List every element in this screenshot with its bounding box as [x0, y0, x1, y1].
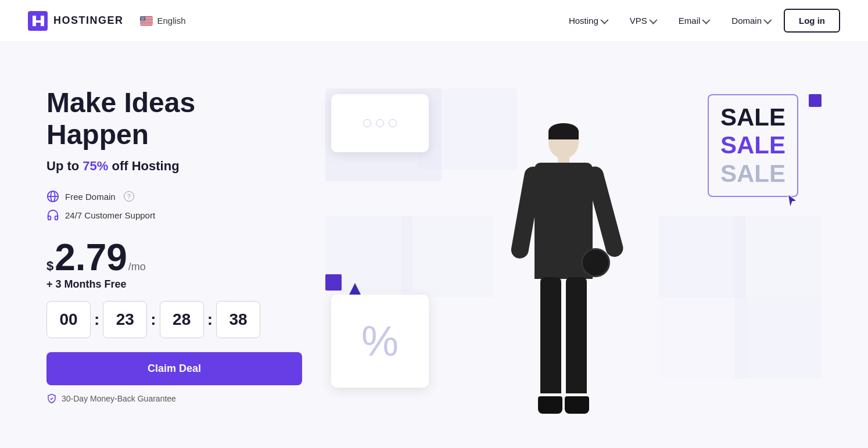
logo-icon [28, 11, 48, 31]
hero-content: Make Ideas Happen Up to 75% off Hosting … [46, 87, 302, 404]
sale-line-3: SALE [720, 160, 785, 188]
navbar: HOSTINGER [0, 0, 868, 42]
svg-point-10 [141, 16, 142, 17]
price-period: /mo [128, 261, 146, 273]
countdown-sep-2: : [150, 310, 156, 329]
chevron-down-icon [702, 16, 711, 24]
svg-point-20 [142, 18, 142, 19]
feature-support-text: 24/7 Customer Support [65, 210, 155, 220]
sale-line-1: SALE [720, 103, 785, 131]
chevron-down-icon [649, 16, 657, 24]
percent-symbol: % [361, 320, 399, 362]
svg-point-14 [141, 17, 141, 18]
shield-icon [46, 393, 57, 404]
navbar-right: Hosting VPS Email Domain Log in [559, 9, 840, 33]
svg-point-25 [142, 19, 143, 20]
countdown-minutes: 23 [103, 301, 147, 338]
hero-section: Make Ideas Happen Up to 75% off Hosting … [0, 42, 868, 448]
svg-point-30 [143, 20, 144, 20]
countdown-hours: 00 [46, 301, 91, 338]
question-icon[interactable]: ? [124, 191, 134, 202]
price-section: $ 2.79 /mo + 3 Months Free [46, 239, 302, 291]
globe-icon [46, 190, 59, 203]
nav-vps[interactable]: VPS [620, 11, 665, 30]
svg-point-19 [141, 18, 142, 19]
dot-3 [389, 119, 397, 127]
countdown-sep-3: : [207, 310, 213, 329]
language-label: English [157, 16, 186, 26]
svg-point-9 [140, 16, 141, 17]
nav-hosting[interactable]: Hosting [559, 11, 616, 30]
svg-point-29 [142, 20, 142, 20]
claim-deal-button[interactable]: Claim Deal [46, 352, 302, 385]
deco-square-7 [659, 298, 746, 379]
subtitle-prefix: Up to [46, 159, 83, 173]
countdown-timer: 00 : 23 : 28 : 38 [46, 301, 302, 338]
svg-rect-5 [140, 21, 153, 21]
headset-icon [46, 209, 59, 221]
feature-support: 24/7 Customer Support [46, 209, 302, 221]
feature-free-domain: Free Domain ? [46, 190, 302, 203]
guarantee-label: 30-Day Money-Back Guarantee [62, 394, 176, 403]
browser-card [331, 94, 429, 152]
guarantee-text: 30-Day Money-Back Guarantee [46, 393, 302, 404]
svg-point-27 [140, 20, 141, 20]
deco-square-5 [659, 216, 746, 298]
svg-point-12 [143, 16, 144, 17]
login-button[interactable]: Log in [784, 9, 840, 33]
svg-rect-7 [140, 24, 153, 24]
countdown-ms: 38 [216, 301, 260, 338]
feature-domain-text: Free Domain [65, 192, 116, 202]
price-dollar: $ [46, 259, 53, 274]
price-main: 2.79 [55, 239, 127, 276]
svg-point-15 [142, 17, 142, 18]
hero-title: Make Ideas Happen [46, 87, 302, 150]
navbar-left: HOSTINGER [28, 11, 191, 31]
countdown-seconds: 28 [160, 301, 204, 338]
person-figure [482, 123, 645, 414]
deco-dark-3 [809, 94, 822, 107]
percent-card: % [331, 295, 429, 388]
sale-badge: SALE SALE SALE [708, 94, 798, 197]
price-bonus: + 3 Months Free [46, 278, 302, 291]
svg-point-23 [141, 19, 141, 20]
features-list: Free Domain ? 24/7 Customer Support [46, 190, 302, 221]
browser-dots [363, 119, 397, 127]
svg-point-11 [142, 16, 142, 17]
deco-square-6 [734, 216, 822, 298]
svg-point-17 [144, 17, 144, 18]
logo-text: HOSTINGER [53, 15, 124, 27]
sale-line-2: SALE [720, 131, 785, 159]
svg-point-26 [144, 19, 144, 20]
hero-subtitle: Up to 75% off Hosting [46, 159, 302, 174]
deco-square-4 [401, 216, 494, 298]
chevron-down-icon [763, 16, 772, 24]
svg-point-28 [141, 20, 142, 20]
language-selector[interactable]: English [135, 13, 191, 28]
flag-icon [140, 16, 153, 26]
cursor-icon [785, 193, 799, 212]
hero-graphic: % SALE SALE SALE [325, 77, 822, 414]
svg-point-22 [144, 18, 144, 19]
svg-point-21 [143, 18, 144, 19]
deco-square-8 [734, 298, 822, 379]
svg-point-24 [142, 19, 142, 20]
dot-1 [363, 119, 371, 127]
subtitle-suffix: off Hosting [108, 159, 179, 173]
dot-2 [376, 119, 384, 127]
person-hair [548, 123, 579, 139]
svg-point-31 [144, 20, 144, 20]
subtitle-highlight: 75% [83, 159, 108, 173]
svg-point-13 [144, 16, 144, 17]
countdown-sep-1: : [94, 310, 99, 329]
logo[interactable]: HOSTINGER [28, 11, 124, 31]
nav-email[interactable]: Email [669, 11, 718, 30]
nav-domain[interactable]: Domain [722, 11, 779, 30]
price-display: $ 2.79 /mo [46, 239, 302, 276]
chevron-down-icon [600, 16, 608, 24]
svg-point-16 [142, 17, 143, 18]
svg-rect-6 [140, 23, 153, 23]
svg-point-18 [140, 18, 141, 19]
deco-dark-1 [325, 274, 342, 291]
